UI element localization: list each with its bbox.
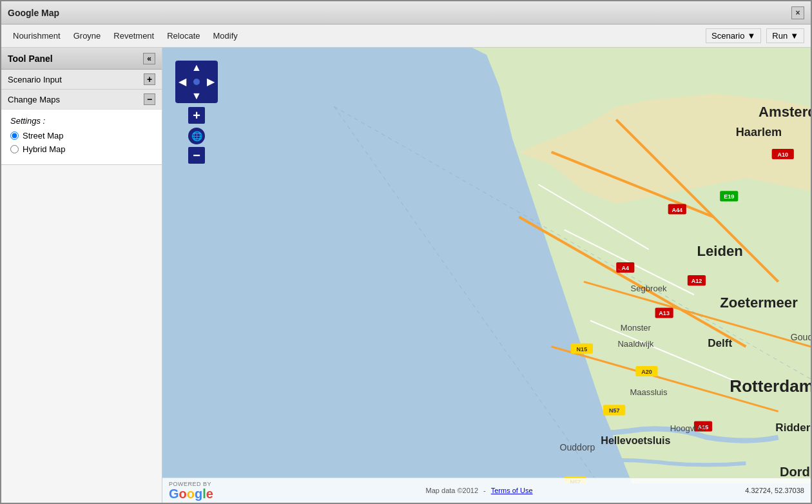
terms-link[interactable]: Terms of Use [491, 487, 533, 494]
map-background: N15 A20 A13 A12 A4 A44 E19 N57 [162, 48, 811, 483]
scenario-input-label: Scenario Input [8, 75, 62, 84]
zoom-out-button[interactable]: − [188, 147, 205, 164]
svg-text:Leiden: Leiden [697, 243, 743, 259]
tool-panel: Tool Panel « Scenario Input + Change Map… [1, 48, 162, 503]
svg-text:Monster: Monster [621, 323, 652, 333]
pan-up-button[interactable]: ▲ [191, 63, 202, 73]
zoom-in-button[interactable]: + [188, 107, 205, 124]
change-maps-expand[interactable]: − [144, 93, 155, 105]
scenario-input-header[interactable]: Scenario Input + [1, 70, 162, 89]
google-letter-o1: o [179, 487, 187, 501]
svg-text:Gouda: Gouda [791, 332, 811, 342]
change-maps-header[interactable]: Change Maps − [1, 90, 162, 109]
scenario-dropdown[interactable]: Scenario ▼ [706, 28, 761, 43]
close-button[interactable]: × [791, 6, 804, 19]
svg-text:A44: A44 [672, 207, 682, 213]
run-dropdown[interactable]: Run ▼ [766, 28, 804, 43]
svg-text:Hoogvliet: Hoogvliet [670, 423, 706, 433]
svg-text:N57: N57 [609, 407, 620, 414]
hybrid-map-radio[interactable] [10, 145, 19, 153]
settings-label: Settings : [10, 116, 153, 126]
map-container[interactable]: N15 A20 A13 A12 A4 A44 E19 N57 [162, 48, 811, 503]
google-text: Google [169, 487, 213, 500]
change-maps-content: Settings : Street Map Hybrid Map [1, 109, 162, 164]
nourishment-button[interactable]: Nourishment [8, 29, 66, 43]
svg-text:A12: A12 [691, 278, 702, 284]
svg-text:Dordrecht: Dordrecht [780, 465, 811, 479]
svg-text:Rotterdam: Rotterdam [730, 376, 811, 396]
svg-text:Delft: Delft [708, 337, 732, 349]
title-bar: Google Map × [1, 1, 811, 24]
pan-down-button[interactable]: ▼ [191, 91, 202, 101]
groyne-button[interactable]: Groyne [68, 29, 106, 43]
map-footer: POWERED BY Google Map data ©2012 - Terms… [162, 478, 811, 503]
svg-text:Naaldwijk: Naaldwijk [617, 339, 653, 349]
street-map-label: Street Map [23, 131, 64, 141]
pan-center-icon [193, 79, 200, 85]
globe-icon: 🌐 [188, 128, 205, 144]
scenario-chevron-icon: ▼ [747, 31, 755, 41]
change-maps-item: Change Maps − Settings : Street Map Hybr… [1, 90, 162, 165]
svg-text:Ouddorp: Ouddorp [559, 442, 595, 452]
hybrid-map-label: Hybrid Map [23, 144, 65, 154]
relocate-button[interactable]: Relocate [162, 29, 205, 43]
svg-text:E19: E19 [724, 193, 734, 200]
street-map-option[interactable]: Street Map [10, 131, 153, 141]
scenario-input-expand[interactable]: + [144, 73, 155, 85]
google-letter-e: e [206, 487, 213, 501]
svg-text:A13: A13 [659, 310, 670, 316]
pan-left-button[interactable]: ◀ [179, 77, 186, 87]
svg-text:A4: A4 [621, 265, 629, 271]
svg-text:N15: N15 [577, 346, 588, 353]
map-controls: ▲ ◀ ▶ ▼ + 🌐 − [175, 61, 218, 164]
collapse-button[interactable]: « [143, 53, 155, 64]
change-maps-label: Change Maps [8, 95, 60, 104]
pan-right-button[interactable]: ▶ [207, 77, 215, 87]
svg-text:A20: A20 [641, 369, 652, 375]
svg-text:Segbroek: Segbroek [631, 284, 667, 293]
google-letter-g2: g [195, 487, 202, 501]
svg-text:Hellevoetsluis: Hellevoetsluis [601, 434, 670, 446]
separator: - [483, 487, 486, 494]
google-letter-o2: o [187, 487, 195, 501]
google-letter-g: G [169, 487, 179, 501]
map-data-text: Map data ©2012 [426, 487, 479, 494]
svg-text:Amsterdam: Amsterdam [759, 104, 811, 120]
street-map-radio[interactable] [10, 131, 19, 140]
google-logo: POWERED BY Google [169, 481, 213, 500]
svg-text:Maassluis: Maassluis [630, 387, 668, 397]
toolbar: Nourishment Groyne Revetment Relocate Mo… [1, 24, 811, 48]
revetment-button[interactable]: Revetment [108, 29, 159, 43]
run-chevron-icon: ▼ [790, 31, 798, 41]
svg-text:Zoetermeer: Zoetermeer [720, 295, 798, 311]
svg-text:Ridderkerk: Ridderkerk [775, 422, 811, 434]
scenario-input-item: Scenario Input + [1, 70, 162, 90]
modify-button[interactable]: Modify [208, 29, 243, 43]
hybrid-map-option[interactable]: Hybrid Map [10, 144, 153, 154]
footer-links: Map data ©2012 - Terms of Use [426, 487, 533, 494]
window-title: Google Map [8, 8, 59, 18]
tool-panel-title: Tool Panel [8, 53, 53, 64]
tool-panel-header: Tool Panel « [1, 48, 162, 70]
svg-text:Haarlem: Haarlem [736, 126, 782, 139]
svg-text:A10: A10 [777, 151, 788, 158]
main-window: Google Map × Nourishment Groyne Revetmen… [0, 0, 812, 504]
map-svg: N15 A20 A13 A12 A4 A44 E19 N57 [162, 48, 811, 483]
main-content: Tool Panel « Scenario Input + Change Map… [1, 48, 811, 503]
coordinates: 4.32724, 52.37038 [745, 487, 804, 494]
